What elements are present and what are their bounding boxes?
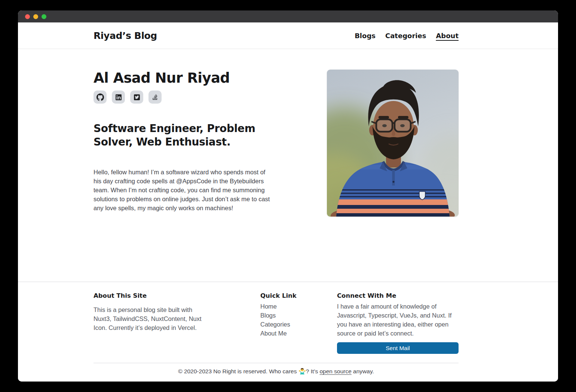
linkedin-link[interactable]	[112, 91, 125, 104]
linkedin-icon	[115, 94, 122, 101]
footer-about-text: This is a personal blog site built with …	[94, 305, 206, 332]
footer-connect-text: I have a fair amount of knowledge of Jav…	[337, 302, 459, 338]
site-logo[interactable]: Riyad’s Blog	[94, 30, 157, 41]
open-source-link[interactable]: open source	[320, 368, 352, 374]
headline: Software Engineer, Problem Solver, Web E…	[94, 122, 262, 149]
page-title: Al Asad Nur Riyad	[94, 70, 273, 86]
shrug-emoji-icon	[298, 367, 306, 375]
footer-quicklink-title: Quick Link	[260, 292, 309, 299]
footer-about-title: About This Site	[94, 292, 206, 299]
footer-divider	[94, 363, 459, 363]
copyright-line: © 2020-2023 No Right is reserved. Who ca…	[94, 367, 459, 375]
copyright-text-2: ? It’s	[306, 368, 320, 374]
footer-link-blogs[interactable]: Blogs	[260, 311, 309, 320]
copyright-text-1: © 2020-2023 No Right is reserved. Who ca…	[178, 368, 298, 374]
github-link[interactable]	[94, 91, 107, 104]
twitter-link[interactable]	[130, 91, 143, 104]
site-footer: About This Site This is a personal blog …	[18, 282, 558, 382]
window-titlebar	[18, 10, 558, 22]
minimize-window-button[interactable]	[33, 14, 38, 19]
main-content: Al Asad Nur Riyad	[18, 49, 558, 282]
stackoverflow-icon	[152, 94, 158, 100]
nav-item-blogs[interactable]: Blogs	[355, 32, 376, 40]
twitter-icon	[134, 94, 140, 101]
footer-connect-column: Connect With Me I have a fair amount of …	[337, 292, 459, 354]
copyright-text-3: anyway.	[352, 368, 374, 374]
footer-link-categories[interactable]: Categories	[260, 320, 309, 329]
portrait-photo	[327, 70, 459, 217]
social-links	[94, 91, 273, 104]
zoom-window-button[interactable]	[42, 14, 46, 19]
bio-paragraph: Hello, fellow human! I’m a software wiza…	[94, 168, 270, 212]
sent-mail-button[interactable]: Sent Mail	[337, 342, 459, 354]
footer-link-about-me[interactable]: About Me	[260, 329, 309, 338]
footer-connect-title: Connect With Me	[337, 292, 459, 299]
close-window-button[interactable]	[25, 14, 30, 19]
site-header: Riyad’s Blog Blogs Categories About	[18, 22, 558, 49]
browser-window: Riyad’s Blog Blogs Categories About Al A…	[18, 10, 558, 382]
main-nav: Blogs Categories About	[355, 32, 459, 40]
nav-item-categories[interactable]: Categories	[385, 32, 426, 40]
stackoverflow-link[interactable]	[148, 91, 162, 104]
footer-quicklink-column: Quick Link Home Blogs Categories About M…	[260, 292, 309, 338]
footer-link-home[interactable]: Home	[260, 302, 309, 311]
hero-section: Al Asad Nur Riyad	[94, 49, 459, 217]
github-icon	[96, 94, 104, 101]
footer-about-column: About This Site This is a personal blog …	[94, 292, 206, 332]
nav-item-about[interactable]: About	[436, 32, 459, 40]
